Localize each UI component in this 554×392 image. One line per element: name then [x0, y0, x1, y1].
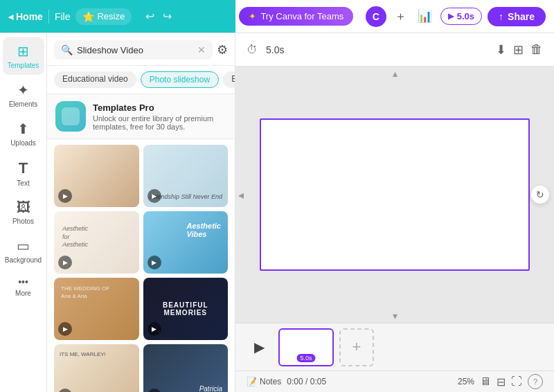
resize-label: Resize — [97, 11, 125, 21]
tag-more[interactable]: B... — [223, 71, 235, 88]
notes-icon: 📝 — [247, 377, 257, 386]
play-icon: ▶ — [448, 12, 454, 21]
timeline-tracks: 5.0s + — [278, 328, 543, 366]
filter-icon[interactable]: ⚙ — [217, 42, 228, 57]
undo-button[interactable]: ↩ — [143, 8, 157, 24]
preview-duration-button[interactable]: ▶ 5.0s — [440, 8, 482, 25]
home-label: Home — [16, 11, 43, 22]
canva-star-icon: ✦ — [249, 11, 256, 21]
grid-view-icon[interactable]: ⊞ — [513, 42, 524, 57]
timeline-bottom: 📝 Notes 0:00 / 0:05 25% 🖥 ⊟ ⛶ ? — [235, 371, 554, 392]
resize-button[interactable]: ⭐ Resize — [75, 8, 132, 25]
topbar-left-section: ◂ Home File ⭐ Resize ↩ ↪ — [0, 0, 235, 33]
slide-duration-badge: 5.0s — [296, 354, 315, 362]
search-input[interactable] — [77, 45, 193, 55]
sidebar-item-background[interactable]: ▭ Background — [3, 232, 44, 269]
template-card[interactable]: BEAUTIFULMEMORIES ▶ — [143, 278, 229, 340]
template-card[interactable]: ITS ME, WARLEY! ▶ — [54, 344, 139, 392]
play-icon: ▶ — [58, 256, 72, 269]
scroll-bottom-arrow[interactable]: ▾ — [393, 310, 397, 321]
template-card[interactable]: AestheticVibes ▶ — [143, 211, 229, 274]
topbar-right-section: C ＋ 📊 ▶ 5.0s ↑ Share — [357, 6, 554, 27]
templates-panel: 🔍 ✕ ⚙ Educational video Photo slideshow … — [47, 33, 235, 392]
plus-icon[interactable]: ＋ — [392, 6, 409, 27]
templates-icon: ⊞ — [17, 43, 29, 60]
sidebar-item-label: More — [15, 289, 31, 297]
scroll-left-arrow[interactable]: ◂ — [238, 188, 244, 202]
star-icon: ⭐ — [82, 11, 94, 22]
timeline: ▶ 5.0s + 📝 Notes 0:00 / 0:05 25% 🖥 — [235, 323, 554, 392]
trash-icon[interactable]: 🗑 — [530, 42, 543, 57]
duration-label: 5.0s — [457, 11, 474, 21]
tag-photo-slideshow[interactable]: Photo slideshow — [141, 71, 219, 88]
background-icon: ▭ — [17, 238, 30, 254]
promo-subtitle: Unlock our entire library of premium tem… — [93, 114, 226, 131]
avatar[interactable]: C — [366, 6, 386, 27]
play-button[interactable]: ▶ — [247, 335, 271, 359]
history-controls: ↩ ↪ — [143, 8, 175, 24]
file-button[interactable]: File — [55, 11, 71, 22]
sidebar-item-label: Text — [17, 179, 29, 187]
search-box[interactable]: 🔍 ✕ — [54, 40, 213, 60]
try-canva-button[interactable]: ✦ Try Canva for Teams — [239, 7, 353, 26]
template-card[interactable]: AestheticforAesthetic ▶ — [54, 211, 139, 274]
home-button[interactable]: ◂ Home — [8, 11, 43, 22]
canvas-duration: 5.0s — [266, 44, 284, 55]
text-icon: T — [19, 159, 28, 177]
sidebar-item-label: Photos — [12, 217, 34, 225]
share-button[interactable]: ↑ Share — [488, 7, 546, 26]
template-card[interactable]: Patricia ▶ — [143, 344, 229, 392]
timeline-content: ▶ 5.0s + — [235, 323, 554, 371]
redo-button[interactable]: ↪ — [160, 8, 175, 24]
promo-banner[interactable]: 🎨 Templates Pro Unlock our entire librar… — [47, 94, 235, 139]
share-label: Share — [508, 11, 535, 22]
tags-row: Educational video Photo slideshow B... — [47, 66, 235, 94]
template-card[interactable]: THE WEDDING OFAna & Ana ▶ — [54, 278, 139, 340]
divider — [48, 10, 49, 24]
timecode: 0:00 / 0:05 — [287, 377, 326, 386]
sidebar-item-uploads[interactable]: ⬆ Uploads — [3, 115, 44, 152]
sidebar-item-label: Uploads — [10, 139, 36, 147]
sidebar-item-label: Templates — [8, 62, 39, 69]
sidebar-item-elements[interactable]: ✦ Elements — [3, 76, 44, 114]
sidebar-item-photos[interactable]: 🖼 Photos — [3, 194, 44, 231]
scroll-top-arrow[interactable]: ▴ — [393, 68, 397, 79]
chart-icon[interactable]: 📊 — [415, 6, 435, 26]
canvas-toolbar: ⏱ 5.0s ⬇ ⊞ 🗑 — [235, 33, 554, 66]
sidebar: ⊞ Templates ✦ Elements ⬆ Uploads T Text … — [0, 33, 47, 392]
sidebar-item-text[interactable]: T Text — [3, 154, 44, 193]
add-slide-button[interactable]: + — [339, 328, 374, 366]
download-icon[interactable]: ⬇ — [496, 42, 506, 57]
timeline-slide-1[interactable]: 5.0s — [278, 328, 334, 366]
clear-icon[interactable]: ✕ — [197, 44, 206, 55]
promo-text: Templates Pro Unlock our entire library … — [93, 103, 226, 131]
sidebar-item-more[interactable]: ••• More — [3, 271, 44, 303]
sidebar-item-templates[interactable]: ⊞ Templates — [3, 37, 44, 75]
template-card[interactable]: Friendship Still Never End ▶ — [143, 145, 229, 207]
toolbar-right: ⬇ ⊞ 🗑 — [496, 42, 543, 57]
monitor-icon[interactable]: 🖥 — [480, 375, 491, 388]
main-content: ⊞ Templates ✦ Elements ⬆ Uploads T Text … — [0, 33, 554, 392]
refresh-button[interactable]: ↻ — [531, 186, 549, 204]
uploads-icon: ⬆ — [17, 121, 29, 137]
more-icon: ••• — [18, 276, 28, 287]
play-icon: ▶ — [58, 322, 72, 336]
svg-rect-0 — [62, 107, 80, 125]
search-section: 🔍 ✕ ⚙ — [47, 33, 235, 66]
notes-label: Notes — [260, 377, 281, 386]
sidebar-item-label: Background — [5, 256, 42, 264]
play-icon: ▶ — [58, 189, 72, 203]
play-icon: ▶ — [148, 189, 161, 203]
play-icon: ▶ — [148, 322, 161, 336]
template-card[interactable]: ▶ — [54, 145, 139, 207]
help-button[interactable]: ? — [528, 374, 543, 389]
templates-grid: ▶ Friendship Still Never End ▶ Aesthetic… — [47, 139, 235, 392]
promo-icon: 🎨 — [55, 101, 86, 132]
zoom-percentage: 25% — [458, 377, 474, 386]
fullscreen-icon[interactable]: ⛶ — [511, 375, 522, 388]
photos-icon: 🖼 — [17, 199, 30, 215]
elements-icon: ✦ — [17, 82, 29, 98]
layout-icon[interactable]: ⊟ — [497, 375, 506, 389]
tag-educational[interactable]: Educational video — [54, 71, 136, 88]
notes-button[interactable]: 📝 Notes — [247, 377, 281, 386]
